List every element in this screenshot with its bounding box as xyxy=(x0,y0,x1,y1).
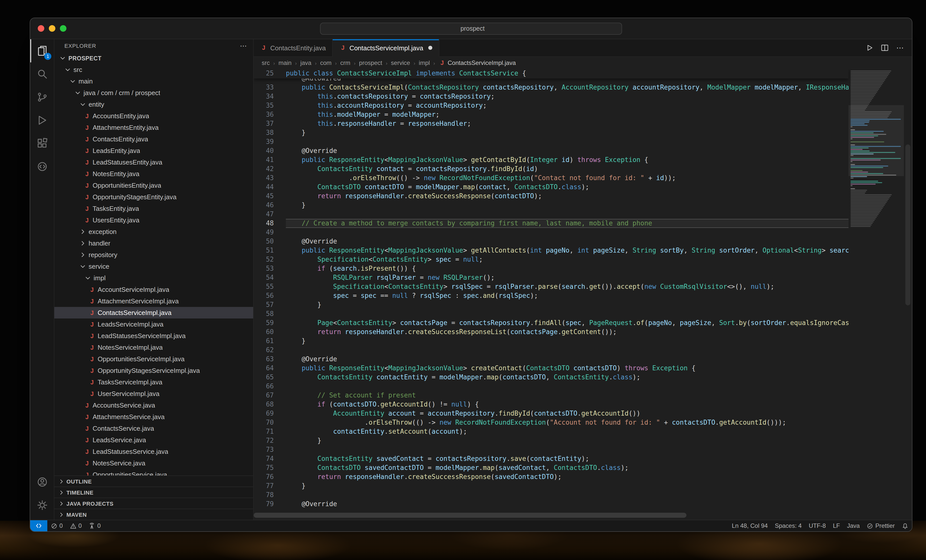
tree-item-folder[interactable]: entity xyxy=(54,98,253,110)
tree-item-folder[interactable]: repository xyxy=(54,249,253,260)
formatter[interactable]: Prettier xyxy=(863,520,898,531)
tree-item-folder[interactable]: PROSPECT xyxy=(54,52,253,64)
breadcrumb-item[interactable]: impl xyxy=(419,59,430,67)
line-number[interactable]: 42 xyxy=(254,165,286,174)
tree-item-file[interactable]: JUsersEntity.java xyxy=(54,214,253,226)
line-number[interactable]: 38 xyxy=(254,128,286,137)
breadcrumb-item[interactable]: com xyxy=(320,59,331,67)
line-number[interactable]: 65 xyxy=(254,373,286,382)
line-number[interactable]: 74 xyxy=(254,454,286,463)
line-number[interactable]: 71 xyxy=(254,427,286,436)
activity-bar-item-extensions[interactable] xyxy=(30,132,54,155)
breadcrumb-item[interactable]: main xyxy=(278,59,292,67)
line-number[interactable]: 45 xyxy=(254,192,286,201)
remote-indicator[interactable] xyxy=(30,520,47,531)
indentation[interactable]: Spaces: 4 xyxy=(771,520,805,531)
tree-item-file[interactable]: JAccountsEntity.java xyxy=(54,110,253,122)
tree-item-folder[interactable]: java / com / crm / prospect xyxy=(54,87,253,98)
line-number[interactable]: 67 xyxy=(254,391,286,400)
breadcrumb-item[interactable]: prospect xyxy=(359,59,382,67)
tree-item-folder[interactable]: src xyxy=(54,64,253,76)
tree-item-file[interactable]: JContactsServiceImpl.java xyxy=(54,307,253,318)
encoding[interactable]: UTF-8 xyxy=(805,520,829,531)
breadcrumb-item-file[interactable]: JContactsServiceImpl.java xyxy=(439,59,516,67)
activity-bar-item-run-debug[interactable] xyxy=(30,109,54,132)
line-number[interactable]: 53 xyxy=(254,264,286,273)
breadcrumb-item[interactable]: java xyxy=(300,59,311,67)
activity-bar-item-files[interactable]: 1 xyxy=(30,39,54,62)
line-number[interactable]: 57 xyxy=(254,300,286,309)
line-number[interactable]: 55 xyxy=(254,282,286,291)
line-number[interactable]: 75 xyxy=(254,463,286,472)
language-mode[interactable]: Java xyxy=(843,520,863,531)
tree-item-file[interactable]: JOpportunityStagesEntity.java xyxy=(54,191,253,203)
tree-item-file[interactable]: JOpportunityStagesServiceImpl.java xyxy=(54,365,253,376)
line-number[interactable]: 76 xyxy=(254,472,286,481)
tree-item-file[interactable]: JOpportunitiesService.java xyxy=(54,469,253,475)
line-number[interactable]: 66 xyxy=(254,382,286,391)
ellipsis-icon[interactable]: ⋯ xyxy=(240,42,247,50)
tree-item-file[interactable]: JLeadsService.java xyxy=(54,434,253,446)
line-number[interactable]: 62 xyxy=(254,346,286,355)
tree-item-file[interactable]: JAttachmentsEntity.java xyxy=(54,122,253,133)
line-number[interactable]: 72 xyxy=(254,436,286,445)
sidebar-section-maven[interactable]: MAVEN xyxy=(54,509,253,520)
line-number[interactable]: 50 xyxy=(254,237,286,246)
cursor-position[interactable]: Ln 48, Col 94 xyxy=(728,520,771,531)
line-number[interactable]: 36 xyxy=(254,110,286,119)
tree-item-file[interactable]: JLeadsServiceImpl.java xyxy=(54,318,253,330)
line-number[interactable]: 46 xyxy=(254,201,286,210)
line-number[interactable]: 34 xyxy=(254,92,286,101)
line-number[interactable]: 48 xyxy=(254,219,286,228)
tree-item-file[interactable]: JLeadStatusesServiceImpl.java xyxy=(54,330,253,342)
line-number[interactable]: 33 xyxy=(254,83,286,92)
line-number[interactable]: 41 xyxy=(254,156,286,165)
line-number[interactable]: 54 xyxy=(254,273,286,282)
line-number[interactable]: 61 xyxy=(254,337,286,346)
breadcrumb-item[interactable]: crm xyxy=(340,59,350,67)
warning-count[interactable]: 0 xyxy=(66,520,85,531)
tree-item-folder[interactable]: main xyxy=(54,76,253,87)
line-number[interactable]: 47 xyxy=(254,210,286,219)
tree-item-file[interactable]: JLeadStatusesService.java xyxy=(54,446,253,457)
line-number[interactable]: 77 xyxy=(254,481,286,490)
tree-item-file[interactable]: JOpportunitiesEntity.java xyxy=(54,180,253,191)
tree-item-file[interactable]: JAccountServiceImpl.java xyxy=(54,284,253,295)
activity-bar-item-search[interactable] xyxy=(30,62,54,86)
horizontal-scrollbar[interactable] xyxy=(254,513,687,518)
close-window-button[interactable] xyxy=(38,25,44,32)
line-number[interactable]: 70 xyxy=(254,418,286,427)
line-number[interactable] xyxy=(254,79,286,83)
tree-item-file[interactable]: JNotesService.java xyxy=(54,457,253,469)
vertical-scrollbar[interactable] xyxy=(905,144,910,306)
sticky-scroll-line[interactable]: 25public class ContactsServiceImpl imple… xyxy=(254,69,849,79)
editor-tab[interactable]: JContactsServiceImpl.java xyxy=(333,39,439,57)
activity-bar-item-account[interactable] xyxy=(30,471,54,493)
tree-item-file[interactable]: JOpportunitiesServiceImpl.java xyxy=(54,353,253,365)
sidebar-section-java-projects[interactable]: JAVA PROJECTS xyxy=(54,498,253,509)
tree-item-file[interactable]: JContactsService.java xyxy=(54,423,253,434)
tree-item-folder[interactable]: service xyxy=(54,260,253,272)
tree-item-file[interactable]: JAttachmentServiceImpl.java xyxy=(54,295,253,307)
notifications[interactable] xyxy=(898,520,912,531)
code-lines[interactable]: 33 public ContactsServiceImpl(ContactsRe… xyxy=(254,83,849,520)
tree-item-folder[interactable]: exception xyxy=(54,226,253,238)
split-editor-icon[interactable] xyxy=(881,44,889,52)
tree-item-file[interactable]: JLeadStatusesEntity.java xyxy=(54,156,253,168)
line-number[interactable]: 52 xyxy=(254,255,286,264)
line-number[interactable]: 68 xyxy=(254,400,286,409)
tree-item-file[interactable]: JUserServiceImpl.java xyxy=(54,388,253,400)
tree-item-file[interactable]: JLeadsEntity.java xyxy=(54,145,253,156)
line-number[interactable]: 49 xyxy=(254,228,286,237)
tree-item-folder[interactable]: handler xyxy=(54,238,253,249)
breadcrumb-item[interactable]: src xyxy=(262,59,270,67)
minimap[interactable] xyxy=(849,69,904,520)
line-number[interactable]: 39 xyxy=(254,137,286,147)
line-number[interactable]: 59 xyxy=(254,318,286,328)
tree-item-file[interactable]: JTasksServiceImpl.java xyxy=(54,376,253,388)
tree-item-file[interactable]: JNotesEntity.java xyxy=(54,168,253,180)
line-number[interactable]: 51 xyxy=(254,246,286,255)
line-number[interactable]: 69 xyxy=(254,409,286,418)
tree-item-file[interactable]: JTasksEntity.java xyxy=(54,203,253,214)
sidebar-section-outline[interactable]: OUTLINE xyxy=(54,475,253,487)
